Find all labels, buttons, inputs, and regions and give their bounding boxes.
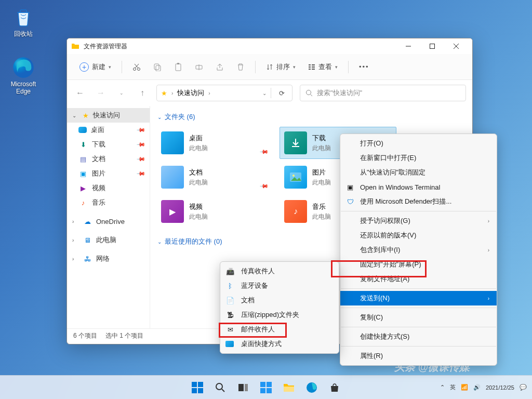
breadcrumb[interactable]: ★ › 快速访问 › ⌄ ⟳ — [156, 85, 292, 101]
download-icon: ⬇ — [78, 140, 88, 149]
search-button[interactable] — [210, 377, 231, 398]
ctx-open-new-window[interactable]: 在新窗口中打开(E) — [340, 151, 497, 165]
edge-taskbar[interactable] — [301, 377, 322, 398]
ctx-terminal[interactable]: ▣Open in Windows Terminal — [340, 180, 497, 194]
sendto-documents[interactable]: 📄文档 — [220, 293, 339, 308]
sidebar: ⌄★快速访问 桌面📌 ⬇下载📌 ▤文档📌 ▣图片📌 ▶视频 ♪音乐 ›☁OneD… — [67, 106, 150, 328]
explorer-taskbar[interactable] — [278, 377, 299, 398]
clock-date[interactable]: 2021/12/25 — [486, 384, 514, 391]
edge-browser[interactable]: Microsoft Edge — [5, 56, 42, 95]
star-icon: ★ — [161, 89, 167, 97]
ctx-properties[interactable]: 属性(R) — [340, 349, 497, 363]
picture-icon: ▣ — [78, 169, 88, 178]
titlebar[interactable]: 文件资源管理器 — [67, 38, 472, 54]
chevron-down-icon[interactable]: ⌄ — [262, 90, 267, 96]
pin-icon: 📌 — [259, 147, 269, 157]
back-button[interactable]: ← — [73, 86, 87, 100]
recycle-bin[interactable]: 回收站 — [5, 5, 42, 38]
folder-desktop[interactable]: 桌面此电脑 📌 — [156, 127, 273, 159]
ctx-unpin-quick[interactable]: 从"快速访问"取消固定 — [340, 165, 497, 180]
chevron-right-icon: › — [171, 90, 173, 96]
ime-icon[interactable]: 英 — [450, 383, 456, 391]
sort-button[interactable]: 排序▾ — [261, 58, 301, 76]
sidebar-thispc[interactable]: ›🖥此电脑 — [67, 233, 150, 247]
sidebar-network[interactable]: ›🖧网络 — [67, 251, 150, 266]
up-button[interactable]: ↑ — [136, 86, 149, 100]
forward-button[interactable]: → — [94, 86, 108, 100]
notifications-icon[interactable]: 💬 — [520, 384, 527, 391]
ctx-include-library[interactable]: 包含到库中(I)› — [340, 243, 497, 257]
search-input[interactable]: 搜索"快速访问" — [300, 85, 466, 101]
breadcrumb-item[interactable]: 快速访问 — [177, 88, 204, 98]
sidebar-videos[interactable]: ▶视频 — [67, 181, 150, 195]
desktop-icon — [225, 341, 234, 347]
more-button[interactable]: ••• — [354, 58, 375, 76]
paste-button[interactable] — [169, 58, 188, 76]
folders-section-header[interactable]: ⌄文件夹 (6) — [156, 109, 466, 125]
chevron-right-icon: › — [488, 296, 489, 301]
pin-icon: 📌 — [136, 139, 145, 149]
sendto-zip[interactable]: 🗜压缩(zipped)文件夹 — [220, 308, 339, 322]
svg-line-7 — [135, 64, 139, 68]
svg-rect-19 — [312, 66, 315, 68]
sendto-desktop-shortcut[interactable]: 桌面快捷方式 — [220, 337, 339, 351]
close-button[interactable] — [444, 38, 468, 54]
copy-icon — [153, 63, 162, 71]
delete-button[interactable] — [231, 58, 250, 76]
sidebar-documents[interactable]: ▤文档📌 — [67, 152, 150, 166]
share-button[interactable] — [210, 58, 229, 76]
pc-icon: 🖥 — [83, 235, 92, 245]
bluetooth-icon: ᛒ — [225, 281, 235, 290]
ctx-create-shortcut[interactable]: 创建快捷方式(S) — [340, 329, 497, 344]
view-button[interactable]: 查看▾ — [303, 58, 343, 76]
ctx-grant-access[interactable]: 授予访问权限(G)› — [340, 214, 497, 228]
ctx-copy-address[interactable]: 复制文件地址(A) — [340, 272, 497, 286]
document-icon: 📄 — [225, 296, 235, 305]
sendto-fax[interactable]: 📠传真收件人 — [220, 264, 339, 278]
sendto-mail[interactable]: ✉邮件收件人 — [220, 322, 339, 337]
start-button[interactable] — [187, 377, 208, 398]
system-tray[interactable]: ⌃ 英 📶 🔊 2021/12/25 💬 — [440, 383, 527, 391]
rename-icon — [195, 63, 203, 71]
ctx-send-to[interactable]: 发送到(N)› — [340, 291, 497, 305]
maximize-button[interactable] — [420, 38, 444, 54]
sidebar-pictures[interactable]: ▣图片📌 — [67, 166, 150, 181]
ctx-defender[interactable]: 🛡使用 Microsoft Defender扫描... — [340, 194, 497, 209]
cut-button[interactable] — [127, 58, 146, 76]
svg-point-5 — [134, 68, 136, 70]
store-taskbar[interactable] — [324, 377, 345, 398]
new-button[interactable]: +新建▾ — [74, 58, 116, 76]
sendto-bluetooth[interactable]: ᛒ蓝牙设备 — [220, 278, 339, 293]
sidebar-desktop[interactable]: 桌面📌 — [67, 123, 150, 137]
volume-icon[interactable]: 🔊 — [473, 384, 481, 391]
folder-videos[interactable]: ▶ 视频此电脑 — [156, 195, 273, 228]
minimize-button[interactable] — [396, 38, 420, 54]
ctx-pin-start[interactable]: 固定到"开始"屏幕(P) — [340, 257, 497, 272]
sidebar-music[interactable]: ♪音乐 — [67, 195, 150, 210]
sidebar-onedrive[interactable]: ›☁OneDrive — [67, 214, 150, 229]
folder-documents[interactable]: 文档此电脑 📌 — [156, 161, 273, 193]
ctx-restore[interactable]: 还原以前的版本(V) — [340, 228, 497, 243]
sidebar-quick-access[interactable]: ⌄★快速访问 — [67, 108, 150, 123]
ctx-copy[interactable]: 复制(C) — [340, 310, 497, 325]
item-count: 6 个项目 — [73, 331, 97, 340]
tray-chevron-icon[interactable]: ⌃ — [440, 384, 445, 391]
widgets-button[interactable] — [256, 377, 276, 398]
chevron-down-icon: ⌄ — [157, 114, 162, 120]
ctx-open[interactable]: 打开(O) — [340, 136, 497, 151]
plus-icon: + — [79, 62, 89, 72]
sidebar-downloads[interactable]: ⬇下载📌 — [67, 137, 150, 152]
task-view-button[interactable] — [233, 377, 254, 398]
paste-icon — [174, 63, 182, 71]
terminal-icon: ▣ — [345, 182, 355, 192]
chevron-right-icon: › — [72, 256, 78, 262]
svg-rect-17 — [309, 69, 311, 70]
history-dropdown[interactable]: ⌄ — [115, 86, 128, 100]
copy-button[interactable] — [148, 58, 167, 76]
wifi-icon[interactable]: 📶 — [461, 384, 468, 391]
svg-rect-25 — [192, 382, 197, 387]
rename-button[interactable] — [190, 58, 208, 76]
desktop-folder-icon — [161, 131, 184, 154]
refresh-button[interactable]: ⟳ — [275, 89, 288, 97]
svg-rect-33 — [260, 382, 265, 387]
